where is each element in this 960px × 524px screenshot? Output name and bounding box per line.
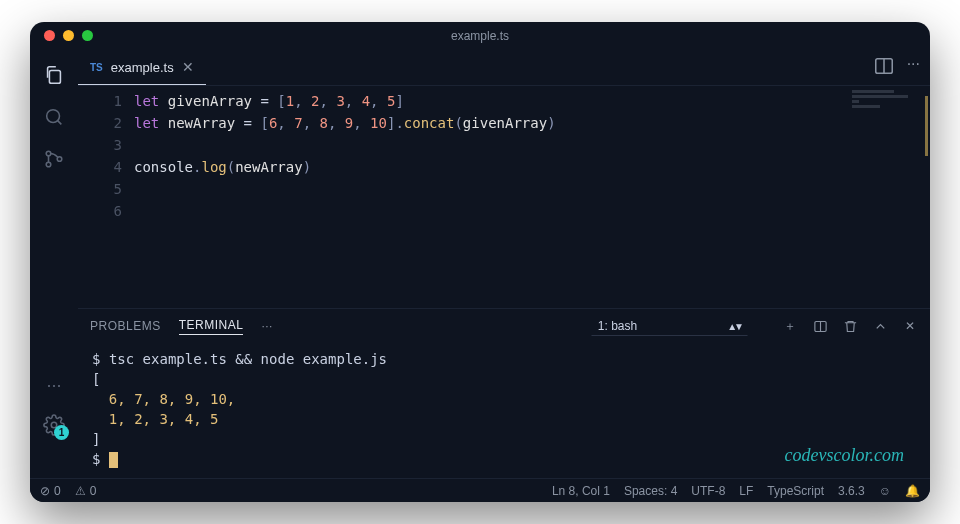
window-controls (44, 30, 93, 41)
new-terminal-icon[interactable]: ＋ (782, 318, 798, 334)
status-encoding[interactable]: UTF-8 (691, 484, 725, 498)
line-number: 1 (78, 90, 122, 112)
minimap[interactable] (852, 90, 922, 130)
status-cursor-pos[interactable]: Ln 8, Col 1 (552, 484, 610, 498)
line-number: 6 (78, 200, 122, 222)
svg-point-1 (46, 151, 51, 156)
problems-tab[interactable]: PROBLEMS (90, 319, 161, 333)
terminal-command: tsc example.ts && node example.js (109, 351, 387, 367)
status-bar: ⊘ 0 ⚠ 0 Ln 8, Col 1 Spaces: 4 UTF-8 LF T… (30, 478, 930, 502)
tab-close-icon[interactable]: ✕ (182, 59, 194, 75)
status-language[interactable]: TypeScript (767, 484, 824, 498)
line-gutter: 1 2 3 4 5 6 (78, 90, 134, 308)
window-maximize[interactable] (82, 30, 93, 41)
editor-window: example.ts ··· 1 TS (30, 22, 930, 502)
line-number: 5 (78, 178, 122, 200)
prompt: $ (92, 451, 100, 467)
source-control-icon[interactable] (41, 146, 67, 172)
status-indent[interactable]: Spaces: 4 (624, 484, 677, 498)
output-row: 6, 7, 8, 9, 10, (109, 391, 235, 407)
split-editor-icon[interactable] (873, 55, 895, 81)
watermark: codevscolor.com (785, 445, 904, 466)
file-tab[interactable]: TS example.ts ✕ (78, 50, 206, 85)
editor-more-icon[interactable]: ··· (907, 55, 920, 81)
feedback-icon[interactable]: ☺ (879, 484, 891, 498)
terminal-select-value: 1: bash (598, 319, 637, 333)
terminal-cursor (109, 452, 118, 468)
bell-icon[interactable]: 🔔 (905, 484, 920, 498)
svg-point-2 (46, 162, 51, 167)
chevron-up-icon[interactable] (872, 318, 888, 334)
status-errors[interactable]: ⊘ 0 (40, 484, 61, 498)
more-icon[interactable]: ··· (41, 372, 67, 398)
output-row: 1, 2, 3, 4, 5 (109, 411, 219, 427)
editor-area[interactable]: 1 2 3 4 5 6 let givenArray = [1, 2, 3, 4… (78, 86, 930, 308)
terminal-tab[interactable]: TERMINAL (179, 318, 244, 335)
code-content: let givenArray = [1, 2, 3, 4, 5] let new… (134, 90, 930, 308)
split-terminal-icon[interactable] (812, 318, 828, 334)
panel-more-icon[interactable]: ··· (261, 319, 273, 333)
prompt: $ (92, 351, 100, 367)
window-close[interactable] (44, 30, 55, 41)
typescript-icon: TS (90, 62, 103, 73)
svg-point-0 (47, 110, 60, 123)
settings-badge: 1 (54, 425, 69, 440)
status-warnings[interactable]: ⚠ 0 (75, 484, 97, 498)
status-eol[interactable]: LF (739, 484, 753, 498)
titlebar: example.ts (30, 22, 930, 50)
activity-bar: ··· 1 (30, 50, 78, 478)
search-icon[interactable] (41, 104, 67, 130)
chevron-updown-icon: ▲▼ (727, 321, 741, 332)
settings-icon[interactable]: 1 (41, 412, 67, 438)
status-ts-version[interactable]: 3.6.3 (838, 484, 865, 498)
tabs-bar: TS example.ts ✕ ··· (78, 50, 930, 86)
svg-point-3 (57, 157, 62, 162)
overview-ruler (925, 96, 928, 156)
line-number: 3 (78, 134, 122, 156)
tab-filename: example.ts (111, 60, 174, 75)
close-panel-icon[interactable]: ✕ (902, 318, 918, 334)
window-title: example.ts (451, 29, 509, 43)
output-bracket: [ (92, 369, 916, 389)
explorer-icon[interactable] (41, 62, 67, 88)
line-number: 4 (78, 156, 122, 178)
trash-icon[interactable] (842, 318, 858, 334)
line-number: 2 (78, 112, 122, 134)
terminal-select[interactable]: 1: bash ▲▼ (591, 316, 748, 336)
window-minimize[interactable] (63, 30, 74, 41)
